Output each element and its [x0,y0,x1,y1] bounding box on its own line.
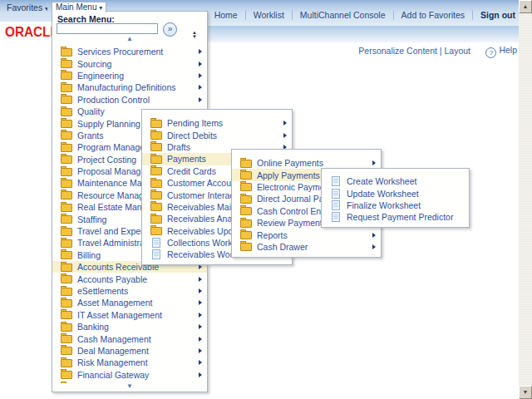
menu-item-update-worksheet[interactable]: Update Worksheet [322,187,469,199]
folder-icon [150,143,162,151]
menu-item-esettlements[interactable]: eSettlements [52,285,207,297]
folder-icon [61,264,72,272]
menu-item-label: Grants [77,131,104,140]
menu-item-create-worksheet[interactable]: Create Worksheet [322,175,469,187]
submenu-arrow-icon [372,160,376,165]
menu-item-label: IT Asset Management [77,310,162,320]
menu-item-request-payment-predictor[interactable]: Request Payment Predictor [322,211,469,223]
menu-item-label: Risk Management [77,357,148,367]
menu-item-asset-management[interactable]: Asset Management [52,297,207,308]
logo-container: ORACLE [0,22,52,43]
scrollbar-down-button[interactable]: ▼ [519,386,532,399]
menu-item-finalize-worksheet[interactable]: Finalize Worksheet [322,200,469,211]
menu-scroll-down-arrow[interactable]: ▼ [52,383,207,391]
submenu-arrow-icon [199,73,202,78]
menu-item-label: Accounts Payable [77,274,147,284]
nav-link-add-to-favorites[interactable]: Add to Favorites [394,10,473,20]
menu-item-label: Cash Drawer [257,242,308,252]
submenu-arrow-icon [283,133,287,138]
submenu-arrow-icon [372,244,376,249]
menu-item-label: Deal Management [77,346,149,356]
scrollbar-up-button[interactable]: ▲ [519,0,532,13]
menu-item-sourcing[interactable]: Sourcing [52,57,207,69]
menu-item-cash-management[interactable]: Cash Management [52,332,207,344]
folder-icon [61,228,72,236]
vertical-scrollbar[interactable]: ▲ ▼ [519,0,532,399]
menu-scroll-up-arrow[interactable]: ▲ [52,35,207,43]
help-link[interactable]: ?Help [485,45,517,58]
folder-icon [150,215,162,224]
folder-icon [150,191,162,200]
menu-item-label: Create Worksheet [347,176,416,186]
menu-item-label: Banking [77,322,109,332]
menu-item-label: eSettlements [77,286,128,296]
folder-icon [150,131,162,140]
folder-icon [61,359,72,367]
nav-link-multichannel-console[interactable]: MultiChannel Console [293,10,394,20]
menu-item-label: Staffing [77,214,106,224]
menu-item-label: Asset Management [77,298,152,308]
menu-item-accounts-payable[interactable]: Accounts Payable [52,273,207,284]
menu-item-label: Credit Cards [167,166,216,176]
menu-item-label: Drafts [167,142,190,152]
nav-link-home[interactable]: Home [207,10,246,20]
folder-icon [61,108,72,116]
nav-link-worklist[interactable]: Worklist [246,10,293,20]
menu-item-label: Apply Payments [257,170,320,180]
folder-icon [61,155,72,164]
menu-item-label: Request Payment Predictor [347,212,453,222]
folder-icon [150,203,162,211]
menu-item-label: Payments [167,154,206,164]
folder-icon [61,288,72,296]
favorites-menu-button[interactable]: Favorites ▾ [7,2,48,12]
menu-item-reports[interactable]: Reports [232,229,381,240]
menu-item-engineering[interactable]: Engineering [52,70,207,81]
menu-item-banking[interactable]: Banking [52,321,207,332]
menu-item-label: Direct Debits [167,131,217,140]
submenu-arrow-icon [199,97,202,102]
menu-item-production-control[interactable]: Production Control [52,94,207,106]
personalize-content-layout-link[interactable]: Personalize Content | Layout [358,46,470,56]
folder-icon [61,131,72,140]
menu-item-cash-drawer[interactable]: Cash Drawer [232,241,381,253]
folder-icon [150,167,162,175]
menu-item-manufacturing-definitions[interactable]: Manufacturing Definitions [52,81,207,93]
menu-item-label: Pending Items [167,118,223,128]
menu-item-risk-management[interactable]: Risk Management [52,357,207,368]
folder-icon [61,347,72,355]
folder-icon [61,239,72,248]
menu-item-label: Billing [77,250,101,260]
submenu-arrow-icon [199,360,202,365]
folder-icon [61,191,72,200]
folder-icon [61,251,72,259]
submenu-arrow-icon [199,337,202,342]
menu-item-deal-management[interactable]: Deal Management [52,345,207,357]
menu-item-it-asset-management[interactable]: IT Asset Management [52,309,207,321]
menu-item-services-procurement[interactable]: Services Procurement [52,46,207,57]
nav-link-sign-out[interactable]: Sign out [473,10,515,20]
folder-icon [240,160,252,168]
help-question-icon: ? [485,47,496,58]
submenu-arrow-icon [199,62,202,66]
folder-icon [150,227,162,235]
folder-icon [61,96,72,104]
menu-item-financial-gateway[interactable]: Financial Gateway [52,369,207,381]
menu-item-pending-items[interactable]: Pending Items [142,117,292,129]
folder-icon [61,323,72,332]
page-icon [332,200,340,210]
menu-item-label: Project Costing [77,155,136,165]
application-window: ORACLE Favorites ▾ Main Menu ▾ HomeWorkl… [0,0,532,399]
menu-item-direct-debits[interactable]: Direct Debits [142,129,292,140]
submenu-arrow-icon [199,324,202,329]
submenu-arrow-icon [283,121,287,126]
folder-icon [61,311,72,319]
folder-icon [61,144,72,152]
page-icon [152,249,160,259]
submenu-arrow-icon [199,49,202,54]
page-icon [332,189,340,199]
page-icon [152,238,160,248]
main-menu-button[interactable]: Main Menu ▾ [52,2,106,12]
page-icon [332,176,340,186]
folder-icon [240,231,252,239]
search-menu-input[interactable] [57,23,158,34]
